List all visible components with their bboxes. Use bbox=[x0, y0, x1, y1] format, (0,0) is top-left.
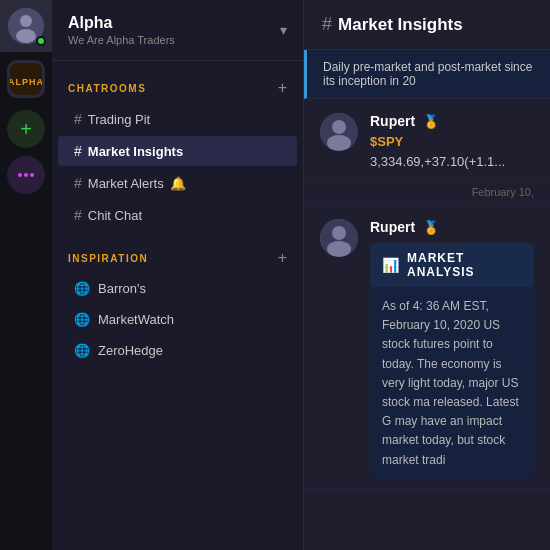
add-inspiration-button[interactable]: + bbox=[278, 249, 287, 267]
server-icon-alpha[interactable]: ALPHA bbox=[7, 60, 45, 98]
alert-badge: 🔔 bbox=[170, 176, 186, 191]
messages-area[interactable]: Daily pre-market and post-market since i… bbox=[304, 50, 550, 550]
globe-icon: 🌐 bbox=[74, 281, 90, 296]
add-icon: + bbox=[20, 118, 32, 141]
chatrooms-section-header: CHATROOMS + bbox=[52, 61, 303, 103]
user-avatar-rail[interactable] bbox=[0, 0, 52, 52]
add-server-button[interactable]: + bbox=[7, 110, 45, 148]
ticker-spy: $SPY bbox=[370, 134, 403, 149]
market-analysis-header: 📊 MARKET ANALYSIS bbox=[370, 243, 534, 287]
server-info: Alpha We Are Alpha Traders bbox=[68, 14, 175, 46]
sidebar-item-market-alerts[interactable]: # Market Alerts 🔔 bbox=[58, 168, 297, 198]
sidebar: Alpha We Are Alpha Traders ▾ CHATROOMS +… bbox=[52, 0, 304, 550]
chatrooms-label: CHATROOMS bbox=[68, 83, 146, 94]
svg-point-6 bbox=[24, 173, 28, 177]
main-content: # Market Insights Daily pre-market and p… bbox=[304, 0, 550, 550]
svg-point-13 bbox=[327, 241, 351, 257]
server-name: Alpha bbox=[68, 14, 175, 32]
market-analysis-card: 📊 MARKET ANALYSIS As of 4: 36 AM EST, Fe… bbox=[370, 243, 534, 480]
date-divider: February 10, bbox=[304, 180, 550, 205]
author-badge-1: 🏅 bbox=[423, 114, 439, 129]
hash-icon: # bbox=[74, 111, 82, 127]
svg-point-5 bbox=[18, 173, 22, 177]
sidebar-item-marketwatch[interactable]: 🌐 MarketWatch bbox=[58, 305, 297, 334]
svg-point-10 bbox=[327, 135, 351, 151]
inspiration-label: INSPIRATION bbox=[68, 253, 148, 264]
ticker-value: 3,334.69,+37.10(+1.1... bbox=[370, 154, 505, 169]
channel-name: Market Insights bbox=[88, 144, 183, 159]
sidebar-item-chit-chat[interactable]: # Chit Chat bbox=[58, 200, 297, 230]
channel-header: # Market Insights bbox=[304, 0, 550, 50]
message-group-2: Rupert 🏅 📊 MARKET ANALYSIS As of 4: 36 A… bbox=[304, 205, 550, 489]
channel-name: Chit Chat bbox=[88, 208, 142, 223]
inspiration-name: ZeroHedge bbox=[98, 343, 163, 358]
svg-text:ALPHA: ALPHA bbox=[10, 77, 42, 87]
chevron-down-icon: ▾ bbox=[280, 22, 287, 38]
message-author-2: Rupert bbox=[370, 219, 415, 235]
message-avatar-2 bbox=[320, 219, 358, 257]
channel-name: Trading Pit bbox=[88, 112, 150, 127]
message-header-2: Rupert 🏅 bbox=[370, 219, 534, 235]
chart-icon: 📊 bbox=[382, 257, 399, 273]
svg-point-12 bbox=[332, 226, 346, 240]
hash-icon: # bbox=[74, 207, 82, 223]
channel-name: Market Alerts bbox=[88, 176, 164, 191]
inspiration-section-header: INSPIRATION + bbox=[52, 231, 303, 273]
sidebar-item-trading-pit[interactable]: # Trading Pit bbox=[58, 104, 297, 134]
sidebar-item-barrons[interactable]: 🌐 Barron's bbox=[58, 274, 297, 303]
svg-point-9 bbox=[332, 120, 346, 134]
online-indicator bbox=[36, 36, 46, 46]
svg-point-1 bbox=[20, 15, 32, 27]
add-chatroom-button[interactable]: + bbox=[278, 79, 287, 97]
sidebar-item-market-insights[interactable]: # Market Insights bbox=[58, 136, 297, 166]
pinned-message-bar: Daily pre-market and post-market since i… bbox=[304, 50, 550, 99]
pinned-text: Daily pre-market and post-market bbox=[323, 60, 501, 74]
message-header-1: Rupert 🏅 bbox=[370, 113, 534, 129]
svg-point-7 bbox=[30, 173, 34, 177]
message-group-1: Rupert 🏅 $SPY 3,334.69,+37.10(+1.1... bbox=[304, 99, 550, 180]
hash-icon: # bbox=[74, 175, 82, 191]
inspiration-name: MarketWatch bbox=[98, 312, 174, 327]
globe-icon: 🌐 bbox=[74, 343, 90, 358]
message-body-1: Rupert 🏅 $SPY 3,334.69,+37.10(+1.1... bbox=[370, 113, 534, 171]
sidebar-item-zerohedge[interactable]: 🌐 ZeroHedge bbox=[58, 336, 297, 365]
channel-title: Market Insights bbox=[338, 15, 463, 35]
svg-point-2 bbox=[16, 29, 36, 43]
message-text-1: $SPY 3,334.69,+37.10(+1.1... bbox=[370, 132, 534, 171]
author-badge-2: 🏅 bbox=[423, 220, 439, 235]
market-analysis-body: As of 4: 36 AM EST, February 10, 2020 US… bbox=[370, 287, 534, 480]
avatar-image-1 bbox=[320, 113, 358, 151]
more-options-button[interactable] bbox=[7, 156, 45, 194]
icon-rail: ALPHA + bbox=[0, 0, 52, 550]
message-author-1: Rupert bbox=[370, 113, 415, 129]
server-subtitle: We Are Alpha Traders bbox=[68, 34, 175, 46]
market-analysis-title: MARKET ANALYSIS bbox=[407, 251, 522, 279]
hash-icon: # bbox=[74, 143, 82, 159]
message-avatar-1 bbox=[320, 113, 358, 151]
message-body-2: Rupert 🏅 📊 MARKET ANALYSIS As of 4: 36 A… bbox=[370, 219, 534, 480]
channel-hash-icon: # bbox=[322, 14, 332, 35]
sidebar-header[interactable]: Alpha We Are Alpha Traders ▾ bbox=[52, 0, 303, 61]
inspiration-name: Barron's bbox=[98, 281, 146, 296]
avatar-image-2 bbox=[320, 219, 358, 257]
globe-icon: 🌐 bbox=[74, 312, 90, 327]
